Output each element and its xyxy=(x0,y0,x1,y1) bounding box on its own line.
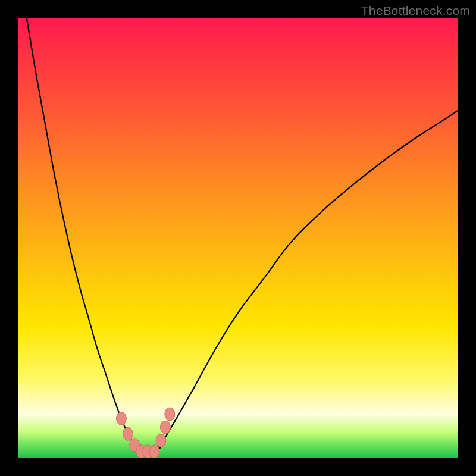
data-marker xyxy=(160,421,170,434)
data-marker xyxy=(149,445,159,458)
curve-group xyxy=(27,18,458,452)
marker-group xyxy=(116,408,174,458)
chart-svg xyxy=(18,18,458,458)
data-marker xyxy=(123,427,133,440)
curve-right xyxy=(154,110,458,452)
plot-area xyxy=(18,18,458,458)
watermark-text: TheBottleneck.com xyxy=(361,4,470,18)
chart-frame: TheBottleneck.com xyxy=(0,0,476,476)
curve-left xyxy=(27,18,141,452)
data-marker xyxy=(116,412,126,425)
data-marker xyxy=(156,434,166,447)
data-marker xyxy=(165,408,175,421)
